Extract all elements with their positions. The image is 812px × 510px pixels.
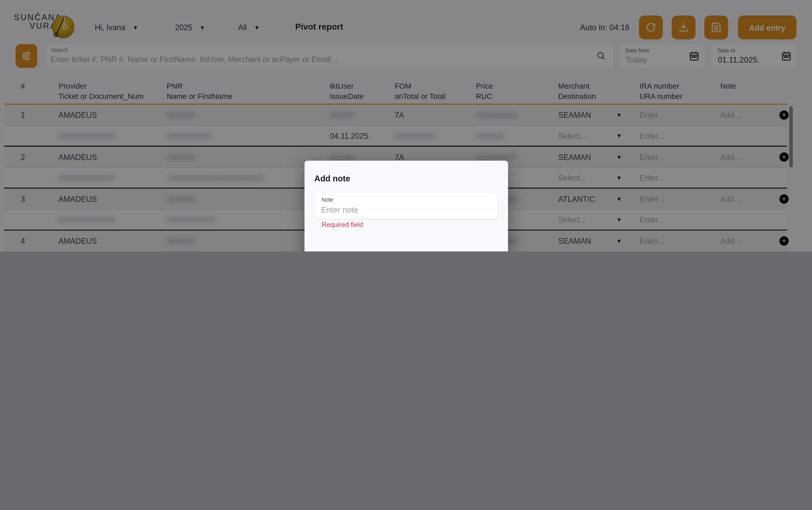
note-field[interactable]: Note Enter note [315,193,498,219]
app-root: SUNČANA VURA Hi, Ivana▼ 2025▼ All▼ Pi [0,0,812,251]
validation-error: Required field [322,221,363,228]
note-input[interactable]: Enter note [321,205,358,215]
add-note-dialog: Add note Note Enter note Required field … [305,161,508,251]
dialog-title: Add note [314,174,350,183]
note-field-label: Note [322,197,333,203]
